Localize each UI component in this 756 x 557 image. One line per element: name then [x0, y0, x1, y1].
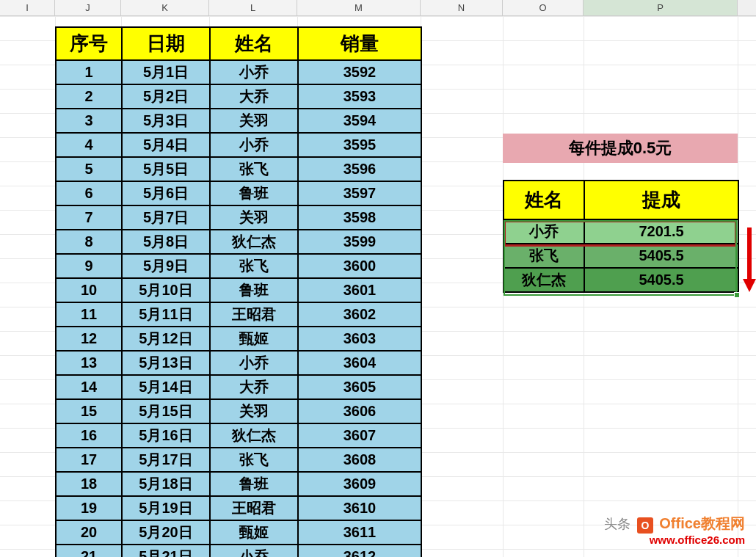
table-row[interactable]: 95月9日张飞3600 [56, 254, 421, 278]
result-row[interactable]: 狄仁杰5405.5 [504, 268, 738, 292]
result-row[interactable]: 小乔7201.5 [504, 219, 738, 244]
table-row[interactable]: 135月13日小乔3604 [56, 351, 421, 375]
cell-name[interactable]: 小乔 [210, 133, 298, 157]
main-data-table[interactable]: 序号 日期 姓名 销量 15月1日小乔359225月2日大乔359335月3日关… [55, 26, 422, 557]
cell-sales[interactable]: 3607 [298, 423, 421, 448]
cell-sales[interactable]: 3601 [298, 278, 421, 302]
table-row[interactable]: 35月3日关羽3594 [56, 109, 421, 133]
cell-name[interactable]: 鲁班 [210, 472, 298, 496]
cell-seq[interactable]: 7 [56, 205, 122, 230]
cell-date[interactable]: 5月16日 [122, 423, 210, 448]
cell-seq[interactable]: 14 [56, 375, 122, 399]
cell-sales[interactable]: 3597 [298, 181, 421, 205]
cell-date[interactable]: 5月2日 [122, 84, 210, 109]
cell-date[interactable]: 5月20日 [122, 520, 210, 545]
result-table[interactable]: 姓名 提成 小乔7201.5张飞5405.5狄仁杰5405.5 [503, 180, 739, 293]
cell-date[interactable]: 5月9日 [122, 254, 210, 278]
cell-name[interactable]: 狄仁杰 [210, 423, 298, 448]
table-row[interactable]: 125月12日甄姬3603 [56, 327, 421, 351]
cell-seq[interactable]: 8 [56, 230, 122, 254]
cell-date[interactable]: 5月11日 [122, 302, 210, 327]
cell-name[interactable]: 王昭君 [210, 302, 298, 327]
result-header-name[interactable]: 姓名 [504, 181, 584, 219]
cell-date[interactable]: 5月8日 [122, 230, 210, 254]
cell-name[interactable]: 关羽 [210, 109, 298, 133]
cell-seq[interactable]: 1 [56, 60, 122, 84]
table-row[interactable]: 25月2日大乔3593 [56, 84, 421, 109]
cell-seq[interactable]: 21 [56, 545, 122, 557]
table-row[interactable]: 175月17日张飞3608 [56, 448, 421, 472]
cell-name[interactable]: 甄姬 [210, 520, 298, 545]
cell-seq[interactable]: 9 [56, 254, 122, 278]
cell-sales[interactable]: 3599 [298, 230, 421, 254]
cell-name[interactable]: 张飞 [210, 448, 298, 472]
table-row[interactable]: 85月8日狄仁杰3599 [56, 230, 421, 254]
cell-seq[interactable]: 15 [56, 399, 122, 423]
cell-name[interactable]: 甄姬 [210, 327, 298, 351]
cell-sales[interactable]: 3603 [298, 327, 421, 351]
cell-date[interactable]: 5月13日 [122, 351, 210, 375]
cell-sales[interactable]: 3604 [298, 351, 421, 375]
table-row[interactable]: 65月6日鲁班3597 [56, 181, 421, 205]
col-header-N[interactable]: N [421, 0, 503, 15]
result-row[interactable]: 张飞5405.5 [504, 244, 738, 268]
cell-date[interactable]: 5月4日 [122, 133, 210, 157]
cell-sales[interactable]: 3609 [298, 472, 421, 496]
cell-seq[interactable]: 17 [56, 448, 122, 472]
cell-sales[interactable]: 3612 [298, 545, 421, 557]
cell-seq[interactable]: 19 [56, 496, 122, 520]
table-row[interactable]: 155月15日关羽3606 [56, 399, 421, 423]
cell-name[interactable]: 小乔 [210, 351, 298, 375]
table-row[interactable]: 55月5日张飞3596 [56, 157, 421, 181]
cell-seq[interactable]: 13 [56, 351, 122, 375]
cell-name[interactable]: 张飞 [210, 254, 298, 278]
col-header-I[interactable]: I [0, 0, 55, 15]
cell-name[interactable]: 鲁班 [210, 278, 298, 302]
cell-sales[interactable]: 3594 [298, 109, 421, 133]
cell-seq[interactable]: 6 [56, 181, 122, 205]
cell-name[interactable]: 大乔 [210, 375, 298, 399]
cell-name[interactable]: 大乔 [210, 84, 298, 109]
cell-seq[interactable]: 12 [56, 327, 122, 351]
cell-sales[interactable]: 3611 [298, 520, 421, 545]
commission-note[interactable]: 每件提成0.5元 [503, 134, 738, 163]
cell-sales[interactable]: 3592 [298, 60, 421, 84]
cell-name[interactable]: 关羽 [210, 399, 298, 423]
table-row[interactable]: 115月11日王昭君3602 [56, 302, 421, 327]
cell-seq[interactable]: 10 [56, 278, 122, 302]
col-header-K[interactable]: K [121, 0, 209, 15]
cell-sales[interactable]: 3593 [298, 84, 421, 109]
cell-sales[interactable]: 3610 [298, 496, 421, 520]
cell-date[interactable]: 5月3日 [122, 109, 210, 133]
header-name[interactable]: 姓名 [210, 27, 298, 60]
cell-name[interactable]: 狄仁杰 [210, 230, 298, 254]
col-header-J[interactable]: J [55, 0, 121, 15]
cell-sales[interactable]: 3595 [298, 133, 421, 157]
cell-name[interactable]: 小乔 [210, 60, 298, 84]
cell-seq[interactable]: 2 [56, 84, 122, 109]
cell-seq[interactable]: 18 [56, 472, 122, 496]
table-row[interactable]: 215月21日小乔3612 [56, 545, 421, 557]
cell-date[interactable]: 5月12日 [122, 327, 210, 351]
col-header-O[interactable]: O [503, 0, 584, 15]
result-cell-commission[interactable]: 7201.5 [584, 219, 738, 244]
cell-seq[interactable]: 5 [56, 157, 122, 181]
result-header-commission[interactable]: 提成 [584, 181, 738, 219]
cell-sales[interactable]: 3605 [298, 375, 421, 399]
table-row[interactable]: 165月16日狄仁杰3607 [56, 423, 421, 448]
result-cell-name[interactable]: 张飞 [504, 244, 584, 268]
result-cell-name[interactable]: 狄仁杰 [504, 268, 584, 292]
cell-date[interactable]: 5月15日 [122, 399, 210, 423]
cell-date[interactable]: 5月7日 [122, 205, 210, 230]
cell-sales[interactable]: 3602 [298, 302, 421, 327]
cell-seq[interactable]: 11 [56, 302, 122, 327]
table-row[interactable]: 205月20日甄姬3611 [56, 520, 421, 545]
cell-sales[interactable]: 3596 [298, 157, 421, 181]
result-cell-name[interactable]: 小乔 [504, 219, 584, 244]
result-cell-commission[interactable]: 5405.5 [584, 268, 738, 292]
cell-name[interactable]: 张飞 [210, 157, 298, 181]
table-row[interactable]: 45月4日小乔3595 [56, 133, 421, 157]
header-date[interactable]: 日期 [122, 27, 210, 60]
cell-sales[interactable]: 3608 [298, 448, 421, 472]
header-seq[interactable]: 序号 [56, 27, 122, 60]
